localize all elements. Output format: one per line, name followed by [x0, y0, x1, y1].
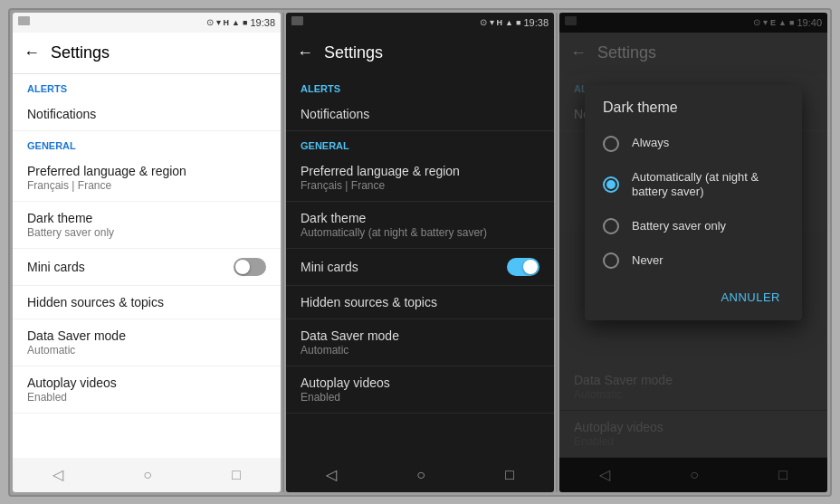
time-2: 19:38	[523, 17, 549, 28]
setting-title-auto-1: Autoplay videos	[27, 376, 266, 390]
setting-title-dark-1: Dark theme	[27, 211, 266, 225]
toggle-minicards-2[interactable]	[507, 258, 539, 276]
status-left-1	[18, 16, 30, 25]
radio-never[interactable]: Never	[585, 243, 802, 278]
nav-home-1[interactable]: ○	[143, 467, 152, 483]
radio-battery[interactable]: Battery saver only	[585, 209, 802, 243]
setting-language-2[interactable]: Preferred language & region Français | F…	[286, 155, 554, 202]
setting-title-hidden-1: Hidden sources & topics	[27, 295, 266, 309]
status-right-2: ⊙ ▾ H ▲ ■ 19:38	[480, 17, 549, 28]
setting-title-dark-2: Dark theme	[301, 211, 539, 225]
wifi-icon-2: ⊙	[480, 17, 487, 27]
thumb-icon-2	[291, 16, 303, 25]
setting-language-1[interactable]: Preferred language & region Français | F…	[13, 155, 281, 202]
setting-autoplay-1[interactable]: Autoplay videos Enabled	[13, 366, 281, 414]
signal-bars-2: ▲	[505, 18, 513, 27]
nav-back-2[interactable]: ◁	[326, 466, 337, 483]
radio-label-auto: Automatically (at night & battery saver)	[632, 170, 784, 201]
setting-notifications-2[interactable]: Notifications	[286, 98, 554, 131]
radio-label-always: Always	[632, 136, 669, 151]
dialog-overlay[interactable]: Dark theme Always Automatically (at nigh…	[559, 13, 827, 492]
setting-title-lang-1: Preferred language & region	[27, 164, 266, 178]
network-type-2: H	[497, 18, 503, 27]
toggle-knob-1	[235, 260, 250, 274]
nav-home-2[interactable]: ○	[416, 467, 425, 483]
time-1: 19:38	[250, 17, 275, 28]
nav-back-1[interactable]: ◁	[52, 466, 63, 483]
radio-circle-battery	[603, 218, 619, 234]
dialog-title: Dark theme	[585, 100, 802, 127]
battery-1: ■	[243, 18, 247, 27]
setting-datasaver-1[interactable]: Data Saver mode Automatic	[13, 319, 281, 366]
dialog-actions: Annuler	[585, 278, 802, 313]
divider-2	[556, 13, 558, 492]
nav-recent-2[interactable]: □	[505, 467, 514, 483]
section-alerts-1: ALERTS	[13, 74, 281, 98]
setting-sub-auto-1: Enabled	[27, 391, 266, 404]
settings-content-1: ALERTS Notifications GENERAL Preferred l…	[13, 74, 281, 458]
setting-title-auto-2: Autoplay videos	[301, 376, 539, 390]
radio-dot-auto	[606, 180, 616, 189]
setting-title-notif-1: Notifications	[27, 107, 266, 121]
section-alerts-2: ALERTS	[286, 74, 554, 98]
setting-title-notif-2: Notifications	[301, 107, 539, 121]
setting-hidden-1[interactable]: Hidden sources & topics	[13, 286, 281, 319]
radio-label-never: Never	[632, 253, 663, 269]
cancel-button[interactable]: Annuler	[713, 285, 788, 309]
main-wrapper: ⊙ ▾ H ▲ ■ 19:38 ← Settings ALERTS Notifi…	[8, 8, 832, 497]
setting-title-hidden-2: Hidden sources & topics	[301, 295, 539, 309]
setting-hidden-2[interactable]: Hidden sources & topics	[286, 286, 554, 319]
section-general-1: GENERAL	[13, 131, 281, 155]
status-right-1: ⊙ ▾ H ▲ ■ 19:38	[206, 17, 275, 28]
signal-icon-1: ▾	[216, 17, 221, 27]
status-left-2	[291, 16, 303, 25]
nav-recent-1[interactable]: □	[232, 467, 241, 483]
app-bar-1: ← Settings	[13, 33, 281, 74]
panel-dialog: ⊙ ▾ E ▲ ■ 19:40 ← Settings ALERTS Notifi…	[559, 13, 827, 492]
radio-circle-always	[603, 136, 619, 152]
setting-autoplay-2[interactable]: Autoplay videos Enabled	[286, 366, 554, 414]
back-button-1[interactable]: ←	[24, 43, 40, 62]
back-button-2[interactable]: ←	[297, 43, 313, 62]
status-bar-2: ⊙ ▾ H ▲ ■ 19:38	[286, 13, 554, 33]
setting-title-lang-2: Preferred language & region	[301, 164, 539, 178]
setting-title-data-1: Data Saver mode	[27, 328, 266, 343]
setting-sub-dark-2: Automatically (at night & battery saver)	[301, 226, 539, 239]
setting-notifications-1[interactable]: Notifications	[13, 98, 281, 131]
setting-darktheme-1[interactable]: Dark theme Battery saver only	[13, 202, 281, 249]
section-general-2: GENERAL	[286, 131, 554, 155]
setting-sub-dark-1: Battery saver only	[27, 226, 266, 239]
setting-minicards-1[interactable]: Mini cards	[13, 249, 281, 286]
status-bar-1: ⊙ ▾ H ▲ ■ 19:38	[13, 13, 281, 33]
settings-content-2: ALERTS Notifications GENERAL Preferred l…	[286, 74, 554, 458]
setting-datasaver-2[interactable]: Data Saver mode Automatic	[286, 319, 554, 366]
setting-darktheme-2[interactable]: Dark theme Automatically (at night & bat…	[286, 202, 554, 249]
setting-minicards-2[interactable]: Mini cards	[286, 249, 554, 286]
nav-bar-2: ◁ ○ □	[286, 458, 554, 492]
thumb-icon-1	[18, 16, 30, 25]
signal-bars-1: ▲	[232, 18, 240, 27]
dark-theme-dialog: Dark theme Always Automatically (at nigh…	[585, 85, 802, 321]
app-title-2: Settings	[324, 43, 383, 62]
divider-1	[282, 13, 284, 492]
toggle-knob-2	[523, 260, 538, 274]
toggle-minicards-1[interactable]	[234, 258, 266, 276]
network-type-1: H	[224, 18, 230, 27]
setting-title-data-2: Data Saver mode	[301, 328, 539, 343]
radio-circle-auto	[603, 176, 619, 193]
setting-sub-data-1: Automatic	[27, 344, 266, 357]
setting-sub-data-2: Automatic	[301, 344, 539, 357]
setting-title-mini-1: Mini cards	[27, 260, 85, 274]
radio-always[interactable]: Always	[585, 127, 802, 161]
panel-light: ⊙ ▾ H ▲ ■ 19:38 ← Settings ALERTS Notifi…	[13, 13, 281, 492]
setting-sub-lang-2: Français | France	[301, 179, 539, 192]
nav-bar-1: ◁ ○ □	[13, 458, 281, 492]
app-title-1: Settings	[51, 43, 110, 62]
setting-sub-lang-1: Français | France	[27, 179, 266, 192]
radio-auto[interactable]: Automatically (at night & battery saver)	[585, 161, 802, 210]
setting-sub-auto-2: Enabled	[301, 391, 539, 404]
app-bar-2: ← Settings	[286, 33, 554, 74]
panel-dark: ⊙ ▾ H ▲ ■ 19:38 ← Settings ALERTS Notifi…	[286, 13, 554, 492]
setting-title-mini-2: Mini cards	[301, 260, 358, 274]
radio-circle-never	[603, 252, 619, 269]
